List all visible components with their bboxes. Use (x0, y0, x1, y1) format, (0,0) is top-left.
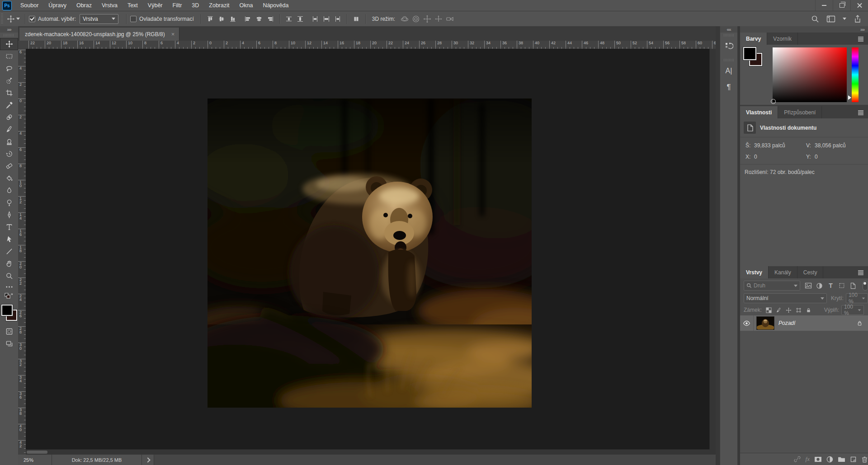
search-icon[interactable] (811, 15, 819, 23)
layer-row-pozadi[interactable]: Pozadí (740, 315, 868, 331)
edit-toolbar-button[interactable] (0, 282, 18, 292)
transform-controls-checkbox[interactable] (130, 16, 137, 22)
expand-panels-chevrons[interactable]: «« (720, 26, 737, 33)
new-group-icon[interactable] (838, 456, 845, 462)
vertical-ruler[interactable]: 642024681 01 21 41 61 82 02 22 42 62 83 … (18, 49, 26, 455)
zoom-tool[interactable] (0, 270, 18, 282)
menu-filtr[interactable]: Filtr (168, 0, 187, 11)
filter-pixel-layers-icon[interactable] (803, 282, 814, 289)
strip-grip[interactable] (724, 34, 734, 37)
distribute-right-edges-icon[interactable] (332, 14, 344, 24)
width-value[interactable]: 39,833 palců (754, 142, 785, 149)
move-tool[interactable] (0, 38, 18, 50)
horizontal-scrollbar-thumb[interactable] (27, 451, 47, 454)
y-value[interactable]: 0 (815, 154, 818, 160)
line-tool[interactable] (0, 245, 18, 258)
tool-preset-chevron[interactable] (16, 18, 20, 20)
auto-select-dropdown[interactable]: Vrstva (80, 14, 118, 24)
hand-tool[interactable] (0, 258, 18, 270)
panel-menu-icon[interactable] (857, 110, 864, 115)
align-bottom-edges-icon[interactable] (227, 14, 239, 24)
lasso-tool[interactable] (0, 62, 18, 75)
zoom-level-field[interactable]: 25% (18, 455, 52, 465)
rectangular-marquee-tool[interactable] (0, 50, 18, 62)
auto-select-checkbox[interactable] (29, 16, 35, 22)
workspace-switcher-icon[interactable] (826, 15, 835, 23)
delete-layer-icon[interactable] (861, 456, 868, 463)
quick-selection-tool[interactable] (0, 75, 18, 87)
layer-style-icon[interactable]: fx (806, 456, 810, 463)
dodge-tool[interactable] (0, 197, 18, 209)
blend-mode-dropdown[interactable]: Normální (744, 293, 827, 303)
align-top-edges-icon[interactable] (205, 14, 216, 24)
3d-roll-icon[interactable] (410, 14, 421, 24)
eraser-tool[interactable] (0, 160, 18, 172)
tab-vlastnosti[interactable]: Vlastnosti (740, 106, 778, 118)
filter-smart-objects-icon[interactable] (848, 282, 859, 289)
fill-field[interactable]: 100 % (841, 305, 864, 315)
tab-close-icon[interactable]: × (171, 31, 175, 38)
history-panel-icon[interactable] (720, 38, 737, 54)
document-sizes[interactable]: Dok: 22,5 MB/22,5 MB (52, 455, 142, 465)
link-layers-icon[interactable] (793, 456, 801, 462)
panel-foreground-swatch[interactable] (743, 47, 756, 60)
menu-soubor[interactable]: Soubor (15, 0, 43, 11)
status-options-button[interactable] (142, 455, 154, 465)
layer-filter-field[interactable]: Druh (744, 281, 800, 291)
distribute-horizontal-centers-icon[interactable] (321, 14, 332, 24)
panel-menu-icon[interactable] (857, 270, 864, 275)
character-panel-icon[interactable]: A| (720, 63, 737, 79)
3d-slide-icon[interactable] (433, 14, 444, 24)
distribute-vertical-centers-icon[interactable] (295, 14, 306, 24)
3d-drag-icon[interactable] (421, 14, 433, 24)
layer-name[interactable]: Pozadí (778, 320, 795, 326)
layer-thumbnail[interactable] (756, 316, 774, 330)
tab-vzornik[interactable]: Vzorník (767, 33, 798, 45)
tools-collapse-chevrons[interactable]: »» (0, 26, 18, 33)
screen-mode-button[interactable] (0, 338, 18, 350)
tab-vrstvy[interactable]: Vrstvy (740, 266, 769, 278)
align-right-edges-icon[interactable] (265, 14, 276, 24)
options-grip[interactable] (1, 14, 3, 24)
document-tab[interactable]: zdenek-machacek-1400820-unsplash.jpg @ 2… (19, 28, 179, 41)
tab-kanaly[interactable]: Kanály (769, 266, 797, 278)
lock-transparency-icon[interactable] (764, 307, 774, 313)
distribute-left-edges-icon[interactable] (310, 14, 321, 24)
align-horizontal-centers-icon[interactable] (254, 14, 265, 24)
new-adjustment-layer-icon[interactable] (826, 456, 833, 463)
clone-stamp-tool[interactable] (0, 136, 18, 148)
tab-barvy[interactable]: Barvy (740, 33, 767, 45)
strip-grip[interactable] (724, 59, 734, 61)
vertical-scrollbar[interactable] (709, 49, 716, 455)
document-canvas[interactable] (208, 99, 532, 408)
distribute-spacing-icon[interactable] (351, 14, 362, 24)
share-icon[interactable] (854, 15, 862, 23)
align-vertical-centers-icon[interactable] (216, 14, 227, 24)
tab-prizpusobeni[interactable]: Přizpůsobení (778, 106, 822, 118)
tab-cesty[interactable]: Cesty (797, 266, 824, 278)
history-brush-tool[interactable] (0, 148, 18, 160)
horizontal-ruler[interactable]: 2220181614121086420246810121416182022242… (26, 41, 716, 49)
crop-tool[interactable] (0, 87, 18, 99)
minimize-button[interactable] (815, 0, 833, 11)
3d-camera-icon[interactable] (444, 14, 455, 24)
add-layer-mask-icon[interactable] (814, 456, 822, 462)
menu-okna[interactable]: Okna (234, 0, 258, 11)
3d-orbit-icon[interactable] (399, 14, 410, 24)
lock-image-icon[interactable] (774, 307, 783, 313)
lock-all-icon[interactable] (803, 307, 813, 313)
path-selection-tool[interactable] (0, 233, 18, 245)
pen-tool[interactable] (0, 209, 18, 221)
canvas-viewport[interactable] (26, 49, 716, 455)
paint-bucket-tool[interactable] (0, 172, 18, 184)
eyedropper-tool[interactable] (0, 99, 18, 111)
layer-visibility-toggle[interactable] (740, 315, 754, 331)
distribute-top-edges-icon[interactable] (283, 14, 295, 24)
menu-3d[interactable]: 3D (187, 0, 204, 11)
paragraph-panel-icon[interactable]: ¶ (720, 79, 737, 95)
menu-text[interactable]: Text (123, 0, 143, 11)
menu-obraz[interactable]: Obraz (71, 0, 97, 11)
align-left-edges-icon[interactable] (242, 14, 254, 24)
collapse-panels-chevrons[interactable]: »» (740, 26, 868, 33)
filter-type-layers-icon[interactable]: T (825, 282, 836, 289)
